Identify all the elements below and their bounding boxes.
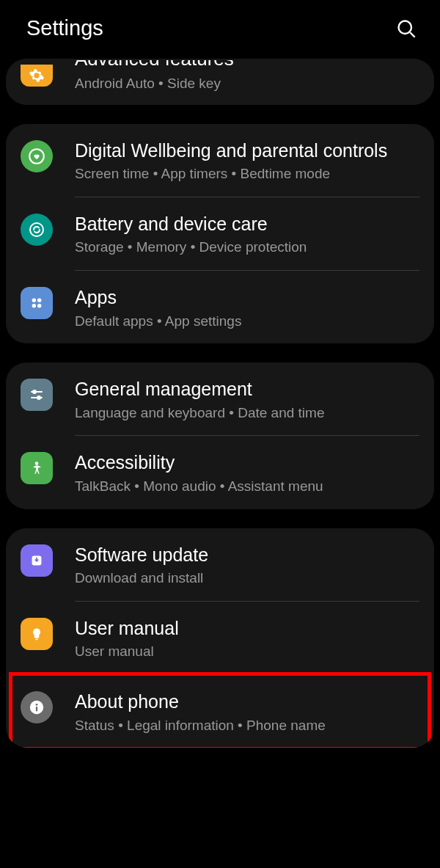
svg-point-9 xyxy=(33,390,36,393)
item-subtitle: Storage • Memory • Device protection xyxy=(75,238,419,257)
person-icon xyxy=(21,452,53,484)
item-title: User manual xyxy=(75,616,419,641)
item-subtitle: Screen time • App timers • Bedtime mode xyxy=(75,165,419,183)
svg-point-11 xyxy=(37,396,40,399)
item-content: Accessibility TalkBack • Mono audio • As… xyxy=(75,449,419,495)
item-content: Digital Wellbeing and parental controls … xyxy=(75,137,419,183)
settings-group: Digital Wellbeing and parental controls … xyxy=(6,124,434,344)
settings-item-digital-wellbeing[interactable]: Digital Wellbeing and parental controls … xyxy=(6,124,434,197)
sliders-icon xyxy=(21,379,53,411)
item-content: Software update Download and install xyxy=(75,541,419,588)
settings-item-user-manual[interactable]: User manual User manual xyxy=(6,602,434,674)
item-content: Battery and device care Storage • Memory… xyxy=(75,211,419,257)
svg-line-1 xyxy=(410,32,414,37)
item-title: Battery and device care xyxy=(75,212,419,236)
item-title: Apps xyxy=(75,285,419,310)
settings-item-software-update[interactable]: Software update Download and install xyxy=(6,528,434,601)
settings-item-battery-device-care[interactable]: Battery and device care Storage • Memory… xyxy=(6,197,434,270)
download-circle-icon xyxy=(21,544,53,577)
page-title: Settings xyxy=(26,16,103,40)
settings-item-about-phone[interactable]: About phone Status • Legal information •… xyxy=(6,675,434,748)
heart-circle-icon xyxy=(21,140,53,172)
item-subtitle: Status • Legal information • Phone name xyxy=(75,717,419,735)
svg-point-0 xyxy=(399,21,412,34)
bulb-icon xyxy=(21,618,53,650)
item-title: Digital Wellbeing and parental controls xyxy=(75,139,419,163)
item-subtitle: Download and install xyxy=(75,569,419,588)
settings-item-accessibility[interactable]: Accessibility TalkBack • Mono audio • As… xyxy=(6,436,434,508)
item-title: General management xyxy=(75,377,419,401)
svg-point-7 xyxy=(37,304,41,308)
refresh-circle-icon xyxy=(21,214,53,246)
item-title: About phone xyxy=(75,690,419,714)
item-title: Software update xyxy=(75,543,419,567)
settings-item-advanced-features[interactable]: Advanced features Android Auto • Side ke… xyxy=(6,59,434,105)
info-circle-icon xyxy=(21,691,53,723)
settings-group: Software update Download and install Use… xyxy=(6,528,434,748)
svg-point-5 xyxy=(37,299,41,303)
item-content: General management Language and keyboard… xyxy=(75,376,419,422)
svg-point-6 xyxy=(32,304,37,308)
item-content: Apps Default apps • App settings xyxy=(75,284,419,330)
item-subtitle: Android Auto • Side key xyxy=(75,75,419,93)
item-title: Advanced features xyxy=(75,60,419,72)
item-subtitle: User manual xyxy=(75,643,419,661)
settings-group: General management Language and keyboard… xyxy=(6,362,434,508)
item-subtitle: Default apps • App settings xyxy=(75,313,419,331)
item-title: Accessibility xyxy=(75,451,419,475)
svg-rect-16 xyxy=(36,707,37,711)
svg-point-12 xyxy=(35,462,39,466)
item-content: User manual User manual xyxy=(75,615,419,661)
svg-point-3 xyxy=(30,223,43,236)
settings-item-general-management[interactable]: General management Language and keyboard… xyxy=(6,362,434,435)
search-icon[interactable] xyxy=(395,17,418,40)
settings-group: Advanced features Android Auto • Side ke… xyxy=(6,59,434,105)
svg-point-15 xyxy=(36,704,38,706)
item-content: Advanced features Android Auto • Side ke… xyxy=(75,59,419,93)
settings-item-apps[interactable]: Apps Default apps • App settings xyxy=(6,271,434,343)
app-header: Settings xyxy=(0,0,440,56)
item-subtitle: TalkBack • Mono audio • Assistant menu xyxy=(75,478,419,496)
svg-point-4 xyxy=(32,299,37,303)
item-content: About phone Status • Legal information •… xyxy=(75,688,419,734)
item-subtitle: Language and keyboard • Date and time xyxy=(75,404,419,423)
grid-dots-icon xyxy=(21,287,53,319)
gear-plus-icon xyxy=(21,65,53,87)
